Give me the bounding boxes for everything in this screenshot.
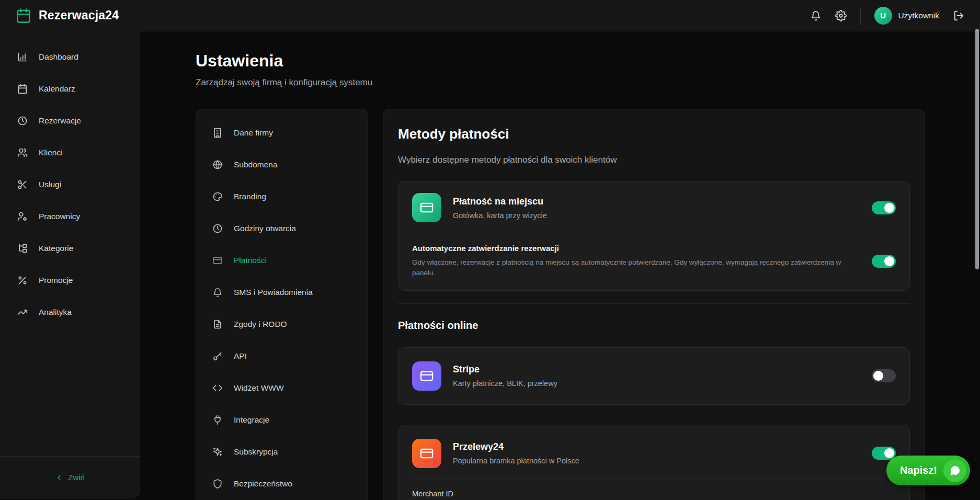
trending-up-icon [17, 307, 28, 317]
settings-tab-subskrypcja[interactable]: Subskrypcja [196, 436, 368, 468]
topbar: Rezerwacja24 U Użytkownik [0, 0, 980, 31]
onsite-payment-title: Płatność na miejscu [453, 196, 860, 207]
topbar-divider [860, 7, 861, 25]
section-divider [398, 303, 910, 304]
settings-tab-zgody-i-rodo[interactable]: Zgody i RODO [196, 308, 368, 340]
page-head: Ustawienia Zarządzaj swoją firmą i konfi… [196, 51, 980, 88]
user-name: Użytkownik [898, 11, 939, 20]
sidebar-item-dashboard[interactable]: Dashboard [0, 46, 140, 69]
code-icon [212, 383, 223, 393]
gateway-subtitle: Popularna bramka płatności w Polsce [453, 457, 860, 465]
chat-widget-button[interactable]: Napisz! [886, 456, 970, 485]
chevron-left-icon [55, 473, 63, 482]
gateway-list: StripeKarty płatnicze, BLIK, przelewyPrz… [398, 347, 910, 500]
card-divider [412, 233, 896, 233]
settings-tab-branding[interactable]: Branding [196, 180, 368, 212]
page-title: Ustawienia [196, 51, 980, 70]
merchant-id-label: Merchant ID [412, 490, 896, 498]
logout-button[interactable] [953, 10, 964, 21]
settings-tab-wid-et-www[interactable]: Widżet WWW [196, 372, 368, 404]
sidebar-nav: DashboardKalendarzRezerwacjeKlienciUsług… [0, 31, 140, 456]
gateway-subtitle: Karty płatnicze, BLIK, przelewy [453, 379, 860, 388]
vertical-scrollbar[interactable] [975, 29, 979, 269]
main-content: Ustawienia Zarządzaj swoją firmą i konfi… [140, 31, 980, 500]
sidebar-item-us-ugi[interactable]: Usługi [0, 173, 140, 196]
brand[interactable]: Rezerwacja24 [16, 8, 119, 24]
users-icon [17, 147, 28, 158]
globe-icon [212, 160, 223, 170]
sidebar-item-kalendarz[interactable]: Kalendarz [0, 77, 140, 100]
clock-icon [212, 223, 223, 234]
sidebar-item-rezerwacje[interactable]: Rezerwacje [0, 109, 140, 132]
settings-tab-label: API [234, 351, 247, 361]
gateway-tile-przelewy24 [412, 439, 441, 468]
avatar-initial: U [880, 11, 886, 20]
brand-name: Rezerwacja24 [39, 8, 119, 22]
settings-tab-integracje[interactable]: Integracje [196, 404, 368, 436]
onsite-payment-texts: Płatność na miejscu Gotówka, karta przy … [453, 196, 860, 220]
onsite-payment-toggle[interactable] [872, 201, 896, 214]
bar-chart-icon [17, 52, 28, 62]
sidebar-item-label: Rezerwacje [39, 116, 81, 126]
credit-card-icon [419, 446, 434, 461]
palette-icon [212, 191, 223, 202]
settings-tab-api[interactable]: API [196, 340, 368, 372]
user-cog-icon [17, 211, 28, 222]
settings-tab-label: Widżet WWW [234, 383, 284, 393]
clock-icon [17, 116, 28, 126]
settings-tab-p-atno-ci[interactable]: Płatności [196, 244, 368, 276]
auto-confirm-texts: Automatyczne zatwierdzanie rezerwacji Gd… [412, 244, 854, 279]
settings-tab-sms-i-powiadomienia[interactable]: SMS i Powiadomienia [196, 276, 368, 308]
auto-confirm-title: Automatyczne zatwierdzanie rezerwacji [412, 244, 854, 253]
bell-icon [810, 10, 822, 21]
sidebar-item-label: Analityka [39, 308, 72, 317]
settings-tab-label: Dane firmy [234, 128, 273, 138]
sidebar-item-pracownicy[interactable]: Pracownicy [0, 205, 140, 228]
settings-tab-label: Bezpieczeństwo [234, 479, 292, 488]
sidebar-item-label: Kategorie [39, 244, 73, 253]
notifications-button[interactable] [810, 10, 822, 21]
settings-tab-subdomena[interactable]: Subdomena [196, 149, 368, 180]
gateway-row: Przelewy24Popularna bramka płatności w P… [412, 439, 896, 468]
percent-icon [17, 275, 28, 286]
building-icon [212, 128, 223, 138]
collapse-button[interactable]: Zwiń [0, 456, 140, 498]
file-text-icon [212, 319, 223, 329]
gateway-texts: StripeKarty płatnicze, BLIK, przelewy [453, 364, 860, 388]
plug-icon [212, 415, 223, 425]
settings-tab-label: Integracje [234, 415, 269, 425]
settings-tab-label: Branding [234, 192, 266, 201]
toggle-knob [884, 203, 894, 213]
sidebar-item-label: Promocje [39, 276, 73, 285]
page-subtitle: Zarządzaj swoją firmą i konfiguracją sys… [196, 77, 980, 88]
chat-icon-circle [943, 459, 966, 482]
sidebar-item-label: Usługi [39, 180, 61, 189]
gateway-tile-stripe [412, 361, 441, 391]
gateway-toggle-stripe[interactable] [872, 369, 896, 382]
settings-tab-bezpiecze-stwo[interactable]: Bezpieczeństwo [196, 468, 368, 499]
scissors-icon [17, 179, 28, 190]
toggle-knob [873, 371, 883, 381]
payments-panel: Metody płatności Wybierz dostępne metody… [383, 109, 925, 500]
sidebar-item-klienci[interactable]: Klienci [0, 141, 140, 164]
settings-tab-dane-firmy[interactable]: Dane firmy [196, 117, 368, 149]
sidebar-item-promocje[interactable]: Promocje [0, 269, 140, 292]
gear-icon [835, 10, 847, 21]
user-menu[interactable]: U Użytkownik [874, 7, 939, 25]
panel-title: Metody płatności [398, 126, 910, 142]
gateway-card-stripe: StripeKarty płatnicze, BLIK, przelewy [398, 347, 910, 405]
panel-subtitle: Wybierz dostępne metody płatności dla sw… [398, 155, 910, 165]
sidebar-item-kategorie[interactable]: Kategorie [0, 237, 140, 260]
sidebar-item-analityka[interactable]: Analityka [0, 301, 140, 324]
gateway-card-przelewy24: Przelewy24Popularna bramka płatności w P… [398, 425, 910, 500]
calendar-icon [17, 84, 28, 94]
folder-tree-icon [17, 243, 28, 254]
chat-bubble-icon [949, 464, 961, 477]
settings-tab-godziny-otwarcia[interactable]: Godziny otwarcia [196, 212, 368, 244]
auto-confirm-toggle[interactable] [872, 255, 896, 268]
sidebar-item-label: Pracownicy [39, 212, 80, 221]
sidebar-item-label: Kalendarz [39, 84, 75, 94]
shield-icon [212, 479, 223, 489]
settings-button[interactable] [835, 10, 847, 21]
credit-card-icon [419, 369, 434, 383]
